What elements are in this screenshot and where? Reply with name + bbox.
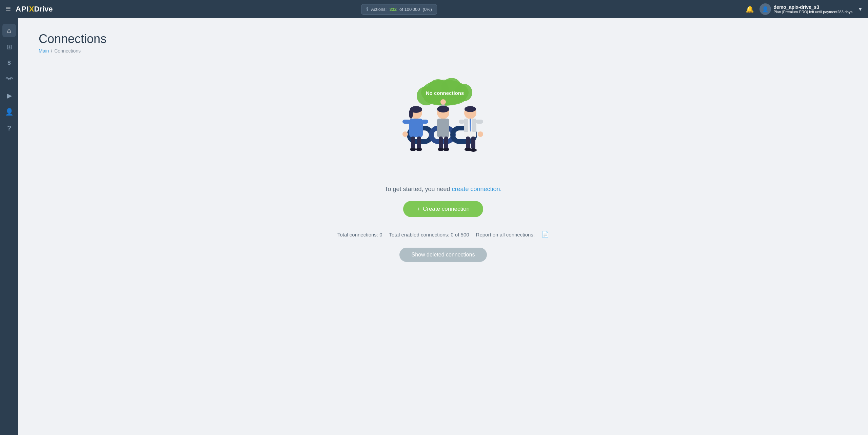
actions-badge: ℹ Actions: 332 of 100'000 (0%) [361,4,437,15]
svg-line-3 [8,78,8,79]
svg-rect-32 [439,137,443,149]
svg-rect-46 [471,137,475,149]
hamburger-icon[interactable]: ☰ [5,5,11,13]
page-title: Connections [39,32,848,46]
sidebar-item-home[interactable]: ⌂ [2,24,16,37]
logo-drive-text: Drive [34,5,53,14]
total-connections-stat: Total connections: 0 [337,232,382,237]
svg-rect-42 [459,120,465,124]
svg-rect-22 [411,137,415,149]
svg-rect-43 [476,120,483,124]
header-left: ☰ APIXDrive [5,5,53,14]
create-button-label: Create connection [423,206,470,212]
header-right: 🔔 👤 demo_apix-drive_s3 Plan |Premium PRO… [746,3,863,15]
svg-point-18 [409,109,413,119]
actions-count: 332 [389,7,397,12]
layout: ⌂ ⊞ $ ▶ 👤 ? Connections Main / Connectio… [0,18,868,435]
sidebar-item-video[interactable]: ▶ [2,89,16,102]
svg-text:No connections: No connections [426,90,464,96]
create-connection-button[interactable]: + Create connection [403,201,483,217]
stats-bar: Total connections: 0 Total enabled conne… [337,231,549,238]
svg-point-30 [437,106,449,112]
svg-point-25 [416,148,422,151]
report-label: Report on all connections: [476,232,535,237]
user-name: demo_apix-drive_s3 [774,4,853,10]
svg-rect-1 [11,78,12,79]
svg-point-26 [402,131,408,137]
header: ☰ APIXDrive ℹ Actions: 332 of 100'000 (0… [0,0,868,18]
svg-line-4 [10,78,11,79]
cta-text: To get started, you need create connecti… [384,186,501,193]
svg-rect-45 [466,137,470,149]
header-center: ℹ Actions: 332 of 100'000 (0%) [53,4,745,15]
svg-point-37 [465,106,476,112]
sidebar-item-billing[interactable]: $ [2,56,16,70]
actions-total: of 100'000 [399,7,420,12]
user-section[interactable]: 👤 demo_apix-drive_s3 Plan |Premium PRO| … [760,3,853,15]
sidebar: ⌂ ⊞ $ ▶ 👤 ? [0,18,18,435]
dropdown-arrow-icon[interactable]: ▼ [858,6,863,12]
svg-rect-2 [8,79,10,80]
total-enabled-stat: Total enabled connections: 0 of 500 [389,232,469,237]
logo-api-text: API [16,5,29,14]
svg-point-28 [440,99,446,105]
svg-rect-23 [417,137,421,149]
svg-rect-31 [437,119,449,137]
report-icon[interactable]: 📄 [541,231,549,238]
breadcrumb-main-link[interactable]: Main [39,48,49,54]
svg-point-48 [470,148,477,152]
sidebar-item-connections[interactable] [2,72,16,86]
breadcrumb-separator: / [51,48,52,54]
actions-pct: (0%) [422,7,432,12]
illustration: No connections [379,74,508,175]
user-plan: Plan |Premium PRO| left until payment283… [774,10,853,14]
logo: APIXDrive [16,5,53,14]
breadcrumb-current: Connections [54,48,81,54]
svg-point-44 [478,131,483,137]
create-button-icon: + [417,206,420,212]
svg-rect-33 [444,137,448,149]
svg-rect-20 [402,120,411,124]
svg-rect-21 [421,120,428,124]
breadcrumb: Main / Connections [39,48,848,54]
avatar: 👤 [760,3,771,15]
svg-point-34 [438,148,444,151]
svg-point-24 [410,148,416,151]
sidebar-item-grid[interactable]: ⊞ [2,40,16,54]
svg-rect-40 [464,119,468,132]
svg-rect-41 [472,119,476,132]
bell-icon[interactable]: 🔔 [746,5,754,13]
sidebar-item-help[interactable]: ? [2,121,16,135]
info-icon: ℹ [366,6,368,13]
center-area: No connections [39,67,848,269]
sidebar-item-profile[interactable]: 👤 [2,105,16,119]
actions-label: Actions: [371,7,387,12]
svg-point-35 [443,148,449,151]
cta-link[interactable]: create connection. [452,186,502,192]
svg-rect-19 [409,119,423,137]
main-content: Connections Main / Connections [18,18,868,435]
svg-rect-0 [6,78,8,79]
logo-x-text: X [29,5,34,14]
show-deleted-button[interactable]: Show deleted connections [399,248,487,262]
user-info: demo_apix-drive_s3 Plan |Premium PRO| le… [774,4,853,14]
